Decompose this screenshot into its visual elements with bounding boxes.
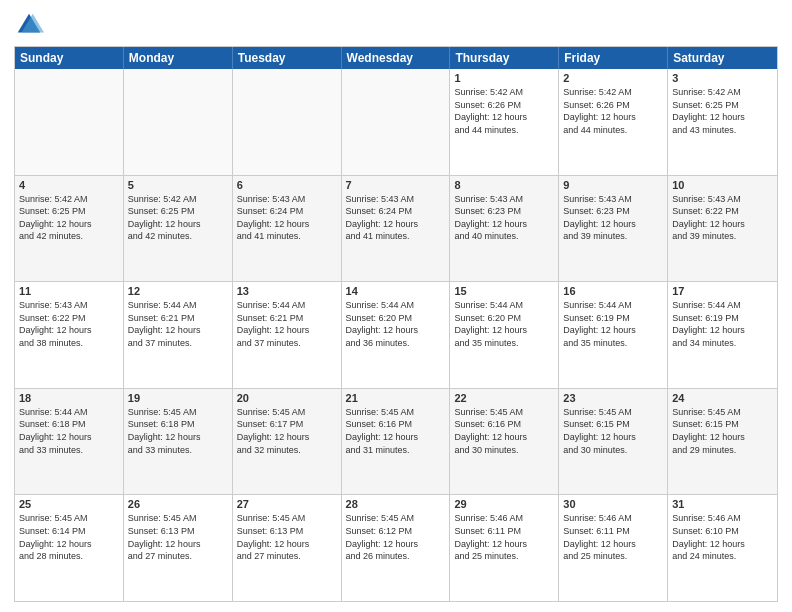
day-number: 16 xyxy=(563,285,663,297)
day-number: 15 xyxy=(454,285,554,297)
calendar-cell: 28Sunrise: 5:45 AM Sunset: 6:12 PM Dayli… xyxy=(342,495,451,601)
calendar-cell: 13Sunrise: 5:44 AM Sunset: 6:21 PM Dayli… xyxy=(233,282,342,388)
calendar-cell xyxy=(15,69,124,175)
calendar-header-cell: Friday xyxy=(559,47,668,69)
day-info: Sunrise: 5:43 AM Sunset: 6:24 PM Dayligh… xyxy=(237,193,337,243)
calendar: SundayMondayTuesdayWednesdayThursdayFrid… xyxy=(14,46,778,602)
day-info: Sunrise: 5:45 AM Sunset: 6:15 PM Dayligh… xyxy=(672,406,773,456)
calendar-cell: 3Sunrise: 5:42 AM Sunset: 6:25 PM Daylig… xyxy=(668,69,777,175)
calendar-cell: 30Sunrise: 5:46 AM Sunset: 6:11 PM Dayli… xyxy=(559,495,668,601)
day-number: 31 xyxy=(672,498,773,510)
day-number: 29 xyxy=(454,498,554,510)
day-number: 14 xyxy=(346,285,446,297)
calendar-cell: 29Sunrise: 5:46 AM Sunset: 6:11 PM Dayli… xyxy=(450,495,559,601)
day-info: Sunrise: 5:43 AM Sunset: 6:24 PM Dayligh… xyxy=(346,193,446,243)
calendar-cell xyxy=(124,69,233,175)
day-info: Sunrise: 5:45 AM Sunset: 6:16 PM Dayligh… xyxy=(346,406,446,456)
calendar-cell: 27Sunrise: 5:45 AM Sunset: 6:13 PM Dayli… xyxy=(233,495,342,601)
calendar-cell: 21Sunrise: 5:45 AM Sunset: 6:16 PM Dayli… xyxy=(342,389,451,495)
day-number: 28 xyxy=(346,498,446,510)
day-number: 10 xyxy=(672,179,773,191)
day-info: Sunrise: 5:43 AM Sunset: 6:23 PM Dayligh… xyxy=(454,193,554,243)
calendar-cell: 22Sunrise: 5:45 AM Sunset: 6:16 PM Dayli… xyxy=(450,389,559,495)
day-number: 7 xyxy=(346,179,446,191)
day-info: Sunrise: 5:45 AM Sunset: 6:13 PM Dayligh… xyxy=(128,512,228,562)
day-info: Sunrise: 5:46 AM Sunset: 6:11 PM Dayligh… xyxy=(563,512,663,562)
day-number: 27 xyxy=(237,498,337,510)
page-container: SundayMondayTuesdayWednesdayThursdayFrid… xyxy=(0,0,792,612)
calendar-cell: 4Sunrise: 5:42 AM Sunset: 6:25 PM Daylig… xyxy=(15,176,124,282)
day-info: Sunrise: 5:42 AM Sunset: 6:26 PM Dayligh… xyxy=(563,86,663,136)
day-info: Sunrise: 5:46 AM Sunset: 6:11 PM Dayligh… xyxy=(454,512,554,562)
calendar-cell: 17Sunrise: 5:44 AM Sunset: 6:19 PM Dayli… xyxy=(668,282,777,388)
calendar-cell: 9Sunrise: 5:43 AM Sunset: 6:23 PM Daylig… xyxy=(559,176,668,282)
day-number: 8 xyxy=(454,179,554,191)
calendar-cell: 6Sunrise: 5:43 AM Sunset: 6:24 PM Daylig… xyxy=(233,176,342,282)
day-number: 23 xyxy=(563,392,663,404)
calendar-row: 25Sunrise: 5:45 AM Sunset: 6:14 PM Dayli… xyxy=(15,495,777,601)
calendar-cell: 23Sunrise: 5:45 AM Sunset: 6:15 PM Dayli… xyxy=(559,389,668,495)
day-number: 25 xyxy=(19,498,119,510)
calendar-header-cell: Thursday xyxy=(450,47,559,69)
day-info: Sunrise: 5:44 AM Sunset: 6:21 PM Dayligh… xyxy=(237,299,337,349)
calendar-cell: 1Sunrise: 5:42 AM Sunset: 6:26 PM Daylig… xyxy=(450,69,559,175)
calendar-cell: 12Sunrise: 5:44 AM Sunset: 6:21 PM Dayli… xyxy=(124,282,233,388)
day-info: Sunrise: 5:45 AM Sunset: 6:14 PM Dayligh… xyxy=(19,512,119,562)
day-number: 3 xyxy=(672,72,773,84)
day-number: 9 xyxy=(563,179,663,191)
calendar-cell: 18Sunrise: 5:44 AM Sunset: 6:18 PM Dayli… xyxy=(15,389,124,495)
day-info: Sunrise: 5:44 AM Sunset: 6:21 PM Dayligh… xyxy=(128,299,228,349)
calendar-cell: 24Sunrise: 5:45 AM Sunset: 6:15 PM Dayli… xyxy=(668,389,777,495)
calendar-header: SundayMondayTuesdayWednesdayThursdayFrid… xyxy=(15,47,777,69)
day-info: Sunrise: 5:42 AM Sunset: 6:26 PM Dayligh… xyxy=(454,86,554,136)
day-info: Sunrise: 5:45 AM Sunset: 6:15 PM Dayligh… xyxy=(563,406,663,456)
day-info: Sunrise: 5:45 AM Sunset: 6:16 PM Dayligh… xyxy=(454,406,554,456)
calendar-cell xyxy=(233,69,342,175)
day-number: 17 xyxy=(672,285,773,297)
day-number: 19 xyxy=(128,392,228,404)
calendar-header-cell: Wednesday xyxy=(342,47,451,69)
calendar-cell: 14Sunrise: 5:44 AM Sunset: 6:20 PM Dayli… xyxy=(342,282,451,388)
calendar-cell: 19Sunrise: 5:45 AM Sunset: 6:18 PM Dayli… xyxy=(124,389,233,495)
header xyxy=(14,10,778,40)
day-number: 11 xyxy=(19,285,119,297)
day-number: 2 xyxy=(563,72,663,84)
calendar-row: 4Sunrise: 5:42 AM Sunset: 6:25 PM Daylig… xyxy=(15,176,777,283)
day-number: 21 xyxy=(346,392,446,404)
calendar-cell: 2Sunrise: 5:42 AM Sunset: 6:26 PM Daylig… xyxy=(559,69,668,175)
day-info: Sunrise: 5:43 AM Sunset: 6:22 PM Dayligh… xyxy=(19,299,119,349)
calendar-cell: 15Sunrise: 5:44 AM Sunset: 6:20 PM Dayli… xyxy=(450,282,559,388)
day-info: Sunrise: 5:42 AM Sunset: 6:25 PM Dayligh… xyxy=(128,193,228,243)
calendar-row: 1Sunrise: 5:42 AM Sunset: 6:26 PM Daylig… xyxy=(15,69,777,176)
day-info: Sunrise: 5:44 AM Sunset: 6:18 PM Dayligh… xyxy=(19,406,119,456)
day-number: 5 xyxy=(128,179,228,191)
day-number: 12 xyxy=(128,285,228,297)
day-number: 13 xyxy=(237,285,337,297)
logo-icon xyxy=(14,10,44,40)
calendar-cell: 8Sunrise: 5:43 AM Sunset: 6:23 PM Daylig… xyxy=(450,176,559,282)
calendar-cell: 16Sunrise: 5:44 AM Sunset: 6:19 PM Dayli… xyxy=(559,282,668,388)
calendar-header-cell: Sunday xyxy=(15,47,124,69)
day-number: 20 xyxy=(237,392,337,404)
calendar-row: 18Sunrise: 5:44 AM Sunset: 6:18 PM Dayli… xyxy=(15,389,777,496)
day-info: Sunrise: 5:46 AM Sunset: 6:10 PM Dayligh… xyxy=(672,512,773,562)
day-info: Sunrise: 5:44 AM Sunset: 6:19 PM Dayligh… xyxy=(672,299,773,349)
calendar-header-cell: Saturday xyxy=(668,47,777,69)
day-number: 26 xyxy=(128,498,228,510)
calendar-row: 11Sunrise: 5:43 AM Sunset: 6:22 PM Dayli… xyxy=(15,282,777,389)
day-info: Sunrise: 5:45 AM Sunset: 6:17 PM Dayligh… xyxy=(237,406,337,456)
calendar-cell: 11Sunrise: 5:43 AM Sunset: 6:22 PM Dayli… xyxy=(15,282,124,388)
day-info: Sunrise: 5:45 AM Sunset: 6:12 PM Dayligh… xyxy=(346,512,446,562)
day-info: Sunrise: 5:44 AM Sunset: 6:20 PM Dayligh… xyxy=(454,299,554,349)
calendar-cell: 7Sunrise: 5:43 AM Sunset: 6:24 PM Daylig… xyxy=(342,176,451,282)
day-number: 24 xyxy=(672,392,773,404)
calendar-cell: 10Sunrise: 5:43 AM Sunset: 6:22 PM Dayli… xyxy=(668,176,777,282)
calendar-cell: 25Sunrise: 5:45 AM Sunset: 6:14 PM Dayli… xyxy=(15,495,124,601)
calendar-cell xyxy=(342,69,451,175)
day-number: 6 xyxy=(237,179,337,191)
day-info: Sunrise: 5:44 AM Sunset: 6:19 PM Dayligh… xyxy=(563,299,663,349)
day-info: Sunrise: 5:42 AM Sunset: 6:25 PM Dayligh… xyxy=(19,193,119,243)
day-number: 1 xyxy=(454,72,554,84)
calendar-cell: 20Sunrise: 5:45 AM Sunset: 6:17 PM Dayli… xyxy=(233,389,342,495)
calendar-cell: 26Sunrise: 5:45 AM Sunset: 6:13 PM Dayli… xyxy=(124,495,233,601)
